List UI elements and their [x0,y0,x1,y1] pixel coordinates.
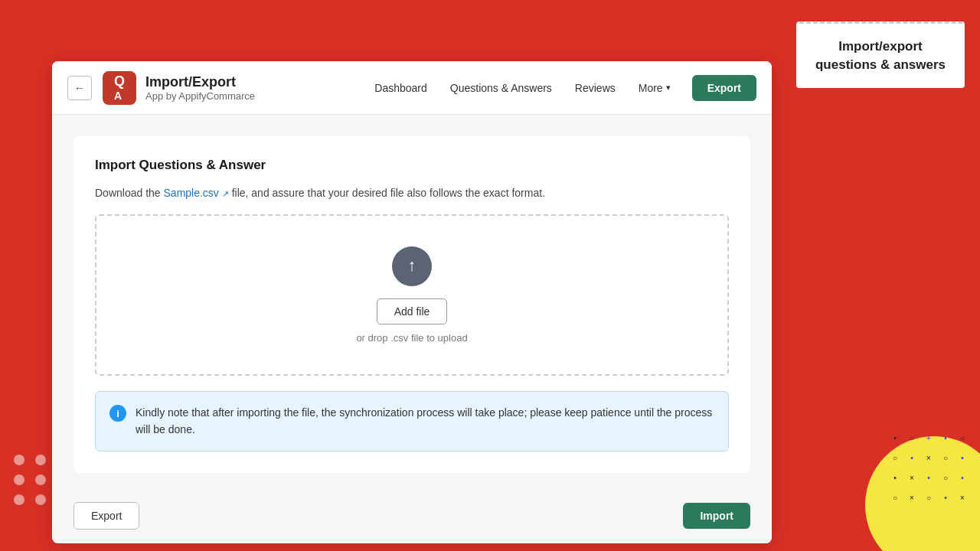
description-suffix: file, and assure that your desired file … [232,187,545,199]
decorative-dots-left [14,455,47,505]
app-logo: QA [103,71,136,105]
back-arrow-icon: ← [74,81,86,94]
import-button[interactable]: Import [683,503,750,529]
external-link-icon: ↗ [222,189,229,198]
logo-text: QA [114,74,125,102]
add-file-button[interactable]: Add file [377,298,448,324]
nav-more[interactable]: More [629,77,680,99]
description-text: Download the Sample.csv ↗ file, and assu… [95,187,729,199]
info-icon: i [109,405,126,422]
dot-6 [35,494,46,505]
nav-dashboard[interactable]: Dashboard [365,77,436,99]
dot-2 [35,455,46,465]
dot-5 [14,494,24,505]
section-title: Import Questions & Answer [95,158,729,173]
upload-icon-circle: ↑ [392,246,432,286]
sample-csv-link[interactable]: Sample.csv ↗ [164,187,232,199]
main-content: Import Questions & Answer Download the S… [52,115,772,488]
dot-4 [35,474,46,485]
info-message: Kindly note that after importing the fil… [136,404,714,439]
import-card: Import Questions & Answer Download the S… [74,136,750,473]
nav-reviews[interactable]: Reviews [566,77,625,99]
dot-3 [14,474,24,485]
upload-hint-text: or drop .csv file to upload [356,332,467,344]
upload-dropzone[interactable]: ↑ Add file or drop .csv file to upload [95,214,729,376]
description-prefix: Download the [95,187,164,199]
info-box: i Kindly note that after importing the f… [95,391,729,452]
callout-box: Import/export questions & answers [796,21,965,88]
app-window: ← QA Import/Export App by AppifyCommarce… [52,61,772,543]
footer-actions: Export Import [52,488,772,543]
dot-1 [14,455,24,465]
pattern-grid: • ○ + • ○ ○ • × ○ • • × • ○ • ○ × ○ • × [889,434,969,509]
header-export-button[interactable]: Export [692,75,756,101]
callout-title: Import/export questions & answers [812,37,949,74]
back-button[interactable]: ← [67,76,92,100]
upload-arrow-icon: ↑ [408,256,416,276]
app-title: Import/Export [145,74,255,90]
app-subtitle: App by AppifyCommarce [145,90,255,102]
app-header: ← QA Import/Export App by AppifyCommarce… [52,61,772,115]
nav-links: Dashboard Questions & Answers Reviews Mo… [365,77,679,99]
app-title-block: Import/Export App by AppifyCommarce [145,74,255,102]
footer-export-button[interactable]: Export [74,502,139,530]
nav-qa[interactable]: Questions & Answers [441,77,561,99]
